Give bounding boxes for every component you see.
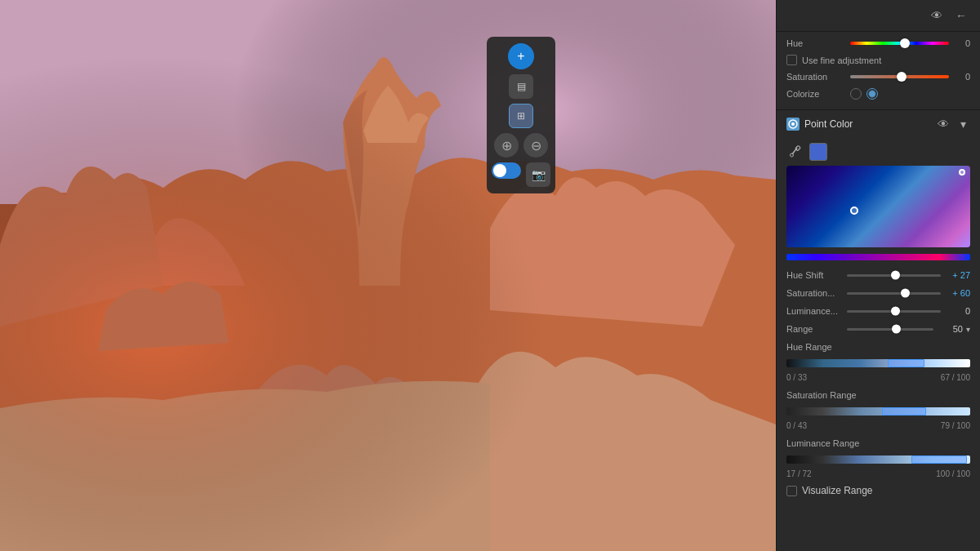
- saturation-adj-track[interactable]: [847, 292, 941, 295]
- saturation-range-container: Saturation Range 0 / 43 79 / 100: [786, 390, 970, 430]
- fine-adjustment-row: Use fine adjustment: [786, 55, 970, 65]
- luminance-range-container: Luminance Range 17 / 72 100 / 100: [786, 438, 970, 478]
- colorize-label: Colorize: [786, 89, 845, 99]
- saturation-range-min: 0 / 43: [786, 421, 807, 430]
- fine-adjustment-checkbox[interactable]: [786, 55, 797, 65]
- svg-point-5: [791, 122, 795, 126]
- saturation-adj-value: + 60: [944, 288, 970, 298]
- color-wheel-icon: [788, 119, 798, 129]
- saturation-range-max: 79 / 100: [941, 421, 970, 430]
- hue-range-track: [786, 359, 970, 367]
- luminance-range-values: 17 / 72 100 / 100: [786, 469, 970, 478]
- luminance-range-min: 17 / 72: [786, 469, 812, 478]
- hue-slider-track[interactable]: [850, 42, 949, 45]
- range-section: Hue Range 0 / 33 67 / 100 Saturation Ran…: [786, 342, 970, 496]
- color-picker-dot-secondary[interactable]: [959, 169, 965, 176]
- hue-shift-label: Hue Shift: [786, 270, 844, 280]
- range-value: 50: [937, 324, 963, 334]
- hue-slider-thumb[interactable]: [900, 38, 910, 48]
- hue-range-min: 0 / 33: [786, 373, 807, 382]
- hue-range-max: 67 / 100: [941, 373, 970, 382]
- hue-shift-thumb[interactable]: [891, 271, 900, 280]
- hue-range-label: Hue Range: [786, 342, 970, 352]
- photo-background: [0, 0, 776, 551]
- color-swatch[interactable]: [809, 143, 827, 161]
- remove-point-button[interactable]: ⊖: [523, 133, 548, 158]
- camera-button[interactable]: 📷: [526, 162, 550, 187]
- color-tools-row: [786, 143, 970, 161]
- range-slider-row: Range 50 ▾: [786, 324, 970, 334]
- hue-shift-value: + 27: [944, 270, 970, 280]
- range-dropdown-icon[interactable]: ▾: [966, 325, 970, 334]
- active-tool-button[interactable]: ⊞: [509, 104, 533, 128]
- luminance-thumb[interactable]: [891, 307, 900, 316]
- colorize-radio-off[interactable]: [850, 88, 862, 100]
- fine-adjustment-label: Use fine adjustment: [802, 56, 881, 65]
- luminance-label: Luminance...: [786, 306, 844, 316]
- saturation-adj-thumb[interactable]: [901, 289, 910, 298]
- visualize-range-checkbox[interactable]: [786, 486, 797, 496]
- luminance-range-selection[interactable]: [911, 455, 967, 464]
- saturation-adj-slider-row: Saturation... + 60: [786, 288, 970, 298]
- saturation-range-track-container[interactable]: [786, 405, 970, 418]
- point-color-section-icon: [786, 118, 800, 131]
- svg-line-6: [792, 148, 797, 154]
- eye-icon-button[interactable]: 👁: [928, 7, 946, 24]
- saturation-slider-track[interactable]: [850, 75, 949, 78]
- range-label: Range: [786, 324, 844, 334]
- eyedropper-button[interactable]: [786, 143, 804, 161]
- add-point-button[interactable]: ⊕: [494, 133, 519, 158]
- hue-slider-row: Hue 0: [786, 38, 970, 48]
- hue-range-track-container[interactable]: [786, 357, 970, 370]
- saturation-slider-row: Saturation 0: [786, 72, 970, 82]
- panel-header: 👁 ←: [777, 0, 980, 32]
- visualize-range-row: Visualize Range: [786, 485, 970, 496]
- luminance-slider-row: Luminance... 0: [786, 306, 970, 316]
- hue-value: 0: [954, 38, 970, 48]
- range-thumb[interactable]: [892, 325, 901, 334]
- luminance-range-label: Luminance Range: [786, 438, 970, 448]
- color-gradient-inner: [786, 166, 970, 247]
- visualize-range-label: Visualize Range: [802, 485, 873, 496]
- saturation-slider-thumb[interactable]: [897, 72, 906, 82]
- image-toolbar: + ▤ ⊞ ⊕ ⊖ 📷: [487, 37, 555, 193]
- hue-label: Hue: [786, 38, 845, 48]
- panel-top-section: Hue 0 Use fine adjustment Saturation 0 C…: [777, 32, 980, 110]
- layer-icon-button[interactable]: ▤: [509, 74, 533, 99]
- saturation-range-track: [786, 407, 970, 415]
- right-panel: 👁 ← Hue 0 Use fine adjustment Saturation…: [776, 0, 980, 551]
- adjustment-sliders: Hue Shift + 27 Saturation... + 60 Lumina…: [786, 270, 970, 334]
- hue-range-values: 0 / 33 67 / 100: [786, 373, 970, 382]
- eyedropper-icon: [789, 144, 802, 158]
- point-color-header: Point Color 👁 ▾: [786, 117, 970, 136]
- saturation-range-label: Saturation Range: [786, 390, 970, 400]
- svg-rect-3: [0, 0, 776, 551]
- point-color-section: Point Color 👁 ▾: [777, 110, 980, 503]
- toolbar-controls-row: 📷: [492, 162, 550, 187]
- add-adjustment-button[interactable]: +: [508, 43, 534, 69]
- range-track[interactable]: [847, 328, 933, 331]
- saturation-value: 0: [954, 72, 970, 82]
- luminance-track[interactable]: [847, 310, 941, 313]
- luminance-range-max: 100 / 100: [936, 469, 970, 478]
- hue-shift-track[interactable]: [847, 274, 941, 277]
- colorize-radio-on[interactable]: [866, 88, 878, 100]
- luminance-value: 0: [944, 306, 970, 316]
- saturation-range-selection[interactable]: [882, 407, 926, 415]
- hue-range-selection[interactable]: [888, 359, 924, 367]
- back-arrow-button[interactable]: ←: [952, 7, 970, 24]
- section-actions: 👁 ▾: [936, 117, 970, 131]
- colorize-row: Colorize: [786, 88, 970, 100]
- point-color-eye-button[interactable]: 👁: [936, 117, 951, 131]
- saturation-range-values: 0 / 43 79 / 100: [786, 421, 970, 430]
- hue-shift-slider-row: Hue Shift + 27: [786, 270, 970, 280]
- luminance-range-track-container[interactable]: [786, 453, 970, 466]
- saturation-label: Saturation: [786, 72, 845, 82]
- photo-area: + ▤ ⊞ ⊕ ⊖ 📷: [0, 0, 776, 551]
- photo-svg: [0, 0, 776, 551]
- point-color-chevron-button[interactable]: ▾: [956, 117, 970, 131]
- saturation-adj-label: Saturation...: [786, 288, 844, 298]
- color-gradient-picker[interactable]: [786, 166, 970, 247]
- toggle-switch[interactable]: [492, 162, 521, 179]
- hue-range-strip[interactable]: [786, 254, 970, 260]
